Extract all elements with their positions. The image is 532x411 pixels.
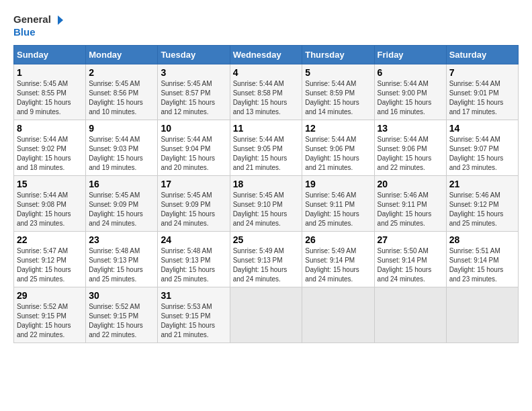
calendar-cell: 6Sunrise: 5:44 AMSunset: 9:00 PMDaylight…	[374, 64, 446, 120]
calendar-cell	[446, 287, 518, 343]
day-number: 30	[89, 290, 154, 301]
day-number: 12	[305, 123, 371, 134]
calendar-cell: 18Sunrise: 5:45 AMSunset: 9:10 PMDayligh…	[230, 176, 302, 232]
day-number: 10	[161, 123, 226, 134]
day-number: 21	[449, 179, 515, 189]
day-number: 26	[305, 234, 371, 245]
day-info: Sunrise: 5:44 AMSunset: 9:03 PMDaylight:…	[89, 135, 154, 173]
calendar-header-row: SundayMondayTuesdayWednesdayThursdayFrid…	[14, 46, 519, 64]
column-header-wednesday: Wednesday	[230, 46, 302, 64]
day-info: Sunrise: 5:44 AMSunset: 9:00 PMDaylight:…	[378, 79, 443, 117]
day-number: 8	[17, 123, 83, 134]
column-header-friday: Friday	[374, 46, 446, 64]
calendar-week-row: 22Sunrise: 5:47 AMSunset: 9:12 PMDayligh…	[14, 232, 519, 287]
day-info: Sunrise: 5:45 AMSunset: 8:55 PMDaylight:…	[17, 79, 83, 117]
column-header-sunday: Sunday	[14, 46, 86, 64]
day-number: 11	[233, 123, 300, 134]
day-info: Sunrise: 5:48 AMSunset: 9:13 PMDaylight:…	[89, 246, 154, 284]
calendar-cell: 29Sunrise: 5:52 AMSunset: 9:15 PMDayligh…	[14, 287, 86, 343]
day-info: Sunrise: 5:46 AMSunset: 9:11 PMDaylight:…	[305, 191, 371, 228]
day-info: Sunrise: 5:52 AMSunset: 9:15 PMDaylight:…	[89, 302, 154, 340]
page-header: General Blue	[13, 13, 519, 38]
calendar-cell	[302, 287, 374, 343]
day-info: Sunrise: 5:45 AMSunset: 9:10 PMDaylight:…	[233, 191, 300, 228]
day-info: Sunrise: 5:44 AMSunset: 9:05 PMDaylight:…	[233, 135, 300, 173]
calendar-cell: 25Sunrise: 5:49 AMSunset: 9:13 PMDayligh…	[230, 232, 302, 287]
column-header-tuesday: Tuesday	[158, 46, 230, 64]
day-number: 29	[17, 290, 83, 301]
calendar-cell: 2Sunrise: 5:45 AMSunset: 8:56 PMDaylight…	[86, 64, 158, 120]
day-number: 6	[378, 67, 443, 78]
calendar-week-row: 29Sunrise: 5:52 AMSunset: 9:15 PMDayligh…	[14, 287, 519, 343]
calendar-cell: 11Sunrise: 5:44 AMSunset: 9:05 PMDayligh…	[230, 120, 302, 176]
calendar-cell: 13Sunrise: 5:44 AMSunset: 9:06 PMDayligh…	[374, 120, 446, 176]
calendar-table: SundayMondayTuesdayWednesdayThursdayFrid…	[13, 45, 519, 343]
day-number: 18	[233, 179, 300, 189]
day-number: 1	[17, 67, 83, 78]
calendar-body: 1Sunrise: 5:45 AMSunset: 8:55 PMDaylight…	[14, 64, 519, 343]
day-number: 7	[449, 67, 515, 78]
day-number: 22	[17, 234, 83, 245]
day-info: Sunrise: 5:50 AMSunset: 9:14 PMDaylight:…	[378, 246, 443, 284]
day-info: Sunrise: 5:44 AMSunset: 9:07 PMDaylight:…	[449, 135, 515, 173]
calendar-cell: 10Sunrise: 5:44 AMSunset: 9:04 PMDayligh…	[158, 120, 230, 176]
day-info: Sunrise: 5:47 AMSunset: 9:12 PMDaylight:…	[17, 246, 83, 284]
calendar-cell: 7Sunrise: 5:44 AMSunset: 9:01 PMDaylight…	[446, 64, 518, 120]
calendar-cell: 23Sunrise: 5:48 AMSunset: 9:13 PMDayligh…	[86, 232, 158, 287]
day-number: 16	[89, 179, 154, 189]
day-info: Sunrise: 5:44 AMSunset: 9:06 PMDaylight:…	[378, 135, 443, 173]
calendar-cell: 9Sunrise: 5:44 AMSunset: 9:03 PMDaylight…	[86, 120, 158, 176]
day-info: Sunrise: 5:52 AMSunset: 9:15 PMDaylight:…	[17, 302, 83, 340]
day-info: Sunrise: 5:44 AMSunset: 9:08 PMDaylight:…	[17, 191, 83, 228]
day-number: 5	[305, 67, 371, 78]
column-header-saturday: Saturday	[446, 46, 518, 64]
day-number: 25	[233, 234, 300, 245]
calendar-cell: 21Sunrise: 5:46 AMSunset: 9:12 PMDayligh…	[446, 176, 518, 232]
calendar-cell	[230, 287, 302, 343]
calendar-week-row: 1Sunrise: 5:45 AMSunset: 8:55 PMDaylight…	[14, 64, 519, 120]
day-number: 2	[89, 67, 154, 78]
calendar-cell: 31Sunrise: 5:53 AMSunset: 9:15 PMDayligh…	[158, 287, 230, 343]
calendar-cell: 30Sunrise: 5:52 AMSunset: 9:15 PMDayligh…	[86, 287, 158, 343]
day-info: Sunrise: 5:44 AMSunset: 9:02 PMDaylight:…	[17, 135, 83, 173]
calendar-cell: 5Sunrise: 5:44 AMSunset: 8:59 PMDaylight…	[302, 64, 374, 120]
calendar-cell: 22Sunrise: 5:47 AMSunset: 9:12 PMDayligh…	[14, 232, 86, 287]
calendar-cell: 16Sunrise: 5:45 AMSunset: 9:09 PMDayligh…	[86, 176, 158, 232]
day-number: 14	[449, 123, 515, 134]
day-info: Sunrise: 5:45 AMSunset: 8:57 PMDaylight:…	[161, 79, 226, 117]
calendar-cell: 12Sunrise: 5:44 AMSunset: 9:06 PMDayligh…	[302, 120, 374, 176]
day-number: 9	[89, 123, 154, 134]
column-header-monday: Monday	[86, 46, 158, 64]
day-info: Sunrise: 5:45 AMSunset: 9:09 PMDaylight:…	[161, 191, 226, 228]
day-number: 24	[161, 234, 226, 245]
day-info: Sunrise: 5:46 AMSunset: 9:11 PMDaylight:…	[378, 191, 443, 228]
day-info: Sunrise: 5:53 AMSunset: 9:15 PMDaylight:…	[161, 302, 226, 340]
day-info: Sunrise: 5:49 AMSunset: 9:13 PMDaylight:…	[233, 246, 300, 284]
calendar-cell	[374, 287, 446, 343]
column-header-thursday: Thursday	[302, 46, 374, 64]
day-number: 23	[89, 234, 154, 245]
calendar-cell: 24Sunrise: 5:48 AMSunset: 9:13 PMDayligh…	[158, 232, 230, 287]
logo-text: General Blue	[13, 13, 63, 38]
day-info: Sunrise: 5:51 AMSunset: 9:14 PMDaylight:…	[449, 246, 515, 284]
calendar-cell: 17Sunrise: 5:45 AMSunset: 9:09 PMDayligh…	[158, 176, 230, 232]
day-info: Sunrise: 5:44 AMSunset: 9:01 PMDaylight:…	[449, 79, 515, 117]
calendar-cell: 20Sunrise: 5:46 AMSunset: 9:11 PMDayligh…	[374, 176, 446, 232]
day-number: 27	[378, 234, 443, 245]
day-number: 15	[17, 179, 83, 189]
day-number: 3	[161, 67, 226, 78]
day-number: 20	[378, 179, 443, 189]
calendar-week-row: 8Sunrise: 5:44 AMSunset: 9:02 PMDaylight…	[14, 120, 519, 176]
day-number: 4	[233, 67, 300, 78]
day-number: 13	[378, 123, 443, 134]
day-info: Sunrise: 5:46 AMSunset: 9:12 PMDaylight:…	[449, 191, 515, 228]
logo: General Blue	[13, 13, 63, 38]
calendar-cell: 14Sunrise: 5:44 AMSunset: 9:07 PMDayligh…	[446, 120, 518, 176]
calendar-week-row: 15Sunrise: 5:44 AMSunset: 9:08 PMDayligh…	[14, 176, 519, 232]
calendar-cell: 28Sunrise: 5:51 AMSunset: 9:14 PMDayligh…	[446, 232, 518, 287]
calendar-cell: 15Sunrise: 5:44 AMSunset: 9:08 PMDayligh…	[14, 176, 86, 232]
calendar-cell: 1Sunrise: 5:45 AMSunset: 8:55 PMDaylight…	[14, 64, 86, 120]
day-info: Sunrise: 5:48 AMSunset: 9:13 PMDaylight:…	[161, 246, 226, 284]
day-number: 17	[161, 179, 226, 189]
day-info: Sunrise: 5:44 AMSunset: 8:59 PMDaylight:…	[305, 79, 371, 117]
